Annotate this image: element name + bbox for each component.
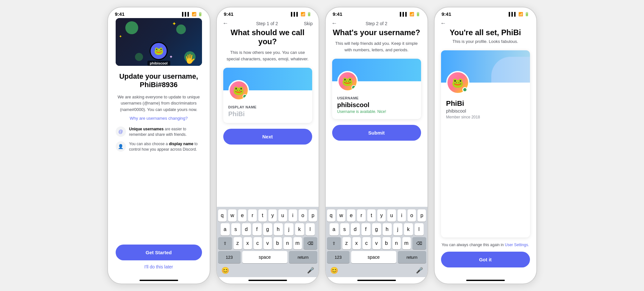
- key-b[interactable]: b: [274, 237, 282, 249]
- key-return[interactable]: return: [289, 251, 317, 263]
- step-title-2: What should we call you?: [223, 28, 312, 46]
- key3-r[interactable]: r: [357, 209, 365, 222]
- back-button-2[interactable]: ←: [223, 20, 230, 27]
- phone-screen-4: 9:41 ▌▌▌ 📶 🔋 ← You're all set, PhiBi Thi…: [434, 7, 537, 284]
- get-started-button[interactable]: Get Started: [116, 245, 202, 260]
- key-e[interactable]: e: [238, 209, 246, 222]
- key-z[interactable]: z: [234, 237, 242, 249]
- key3-w[interactable]: w: [337, 209, 345, 222]
- key-r[interactable]: r: [248, 209, 256, 222]
- step-indicator-3: Step 2 of 2: [366, 21, 388, 26]
- key3-y[interactable]: y: [377, 209, 386, 222]
- key3-j[interactable]: j: [393, 223, 402, 236]
- key3-h[interactable]: h: [383, 223, 392, 236]
- user-settings-link[interactable]: User Settings.: [505, 243, 529, 247]
- key3-a[interactable]: a: [330, 223, 339, 236]
- all-set-desc: This is your profile. Looks fabulous.: [441, 39, 530, 44]
- signal-icon-3: ▌▌▌: [400, 12, 408, 16]
- key-k[interactable]: k: [295, 223, 304, 236]
- username-value-3[interactable]: phibiscool: [337, 101, 416, 109]
- key3-shift[interactable]: ⇧: [327, 237, 341, 249]
- key3-b[interactable]: b: [382, 237, 391, 249]
- info-item-2: 👤 You can also choose a display name to …: [116, 141, 202, 152]
- key3-t[interactable]: t: [367, 209, 376, 222]
- keyboard-2[interactable]: q w e r t y u i o p a s d f g h j k l ⇧ …: [217, 207, 319, 277]
- battery-icon-2: 🔋: [307, 12, 312, 16]
- key-j[interactable]: j: [284, 223, 293, 236]
- final-avatar: 🐸: [446, 71, 469, 94]
- back-button-3[interactable]: ←: [332, 20, 339, 27]
- key-123[interactable]: 123: [218, 251, 241, 263]
- status-icons-3: ▌▌▌ 📶 🔋: [400, 12, 420, 16]
- key3-delete[interactable]: ⌫: [412, 237, 426, 249]
- key-l[interactable]: l: [306, 223, 315, 236]
- keyboard-3[interactable]: q w e r t y u i o p a s d f g h j k l ⇧ …: [326, 207, 428, 277]
- key-m[interactable]: m: [293, 237, 302, 249]
- key-c[interactable]: c: [254, 237, 262, 249]
- key-s[interactable]: s: [231, 223, 240, 236]
- emoji-key-2[interactable]: 😊: [221, 266, 229, 274]
- key-x[interactable]: x: [244, 237, 252, 249]
- display-name-value[interactable]: PhiBi: [228, 110, 307, 118]
- key3-c[interactable]: c: [362, 237, 371, 249]
- key3-123[interactable]: 123: [327, 251, 350, 263]
- key3-p[interactable]: p: [418, 209, 426, 222]
- key3-z[interactable]: z: [342, 237, 351, 249]
- key3-v[interactable]: v: [372, 237, 381, 249]
- key3-s[interactable]: s: [340, 223, 349, 236]
- profile-card-3: 🐸 Username phibiscool Username is availa…: [332, 59, 421, 119]
- key3-l[interactable]: l: [415, 223, 424, 236]
- banner-username: phibiscool: [147, 61, 170, 66]
- key-i[interactable]: i: [289, 209, 297, 222]
- key-p[interactable]: p: [309, 209, 317, 222]
- key3-space[interactable]: space: [351, 251, 396, 263]
- phone4-content: You're all set, PhiBi This is your profi…: [435, 28, 536, 277]
- key3-u[interactable]: u: [387, 209, 396, 222]
- key-w[interactable]: w: [228, 209, 236, 222]
- skip-button-2[interactable]: Skip: [304, 21, 312, 26]
- banner-area: ✦ ✦ ✦ 🐸 phibiscool 🖐️: [116, 18, 202, 66]
- key-v[interactable]: v: [264, 237, 272, 249]
- key-shift[interactable]: ⇧: [218, 237, 232, 249]
- key3-f[interactable]: f: [361, 223, 370, 236]
- key-space[interactable]: space: [242, 251, 287, 263]
- got-it-button[interactable]: Got it: [441, 252, 530, 267]
- key-n[interactable]: n: [284, 237, 292, 249]
- key-f[interactable]: f: [253, 223, 262, 236]
- mic-key-2[interactable]: 🎤: [307, 267, 314, 274]
- avatar-wrap-2: 🐸: [228, 80, 249, 101]
- next-button-2[interactable]: Next: [223, 129, 312, 145]
- final-member-since: Member since 2018: [446, 115, 525, 119]
- key-a[interactable]: a: [221, 223, 230, 236]
- key-delete[interactable]: ⌫: [303, 237, 317, 249]
- key3-return[interactable]: return: [398, 251, 426, 263]
- key3-d[interactable]: d: [351, 223, 360, 236]
- key-h[interactable]: h: [274, 223, 283, 236]
- key3-e[interactable]: e: [347, 209, 355, 222]
- info-text-1: Unique usernames are easier to remember …: [129, 126, 202, 137]
- key-y[interactable]: y: [268, 209, 277, 222]
- key3-k[interactable]: k: [404, 223, 413, 236]
- key3-o[interactable]: o: [408, 209, 416, 222]
- do-later-link[interactable]: I'll do this later: [116, 264, 202, 269]
- key-o[interactable]: o: [299, 209, 307, 222]
- key-row-3-4: 123 space return: [327, 251, 426, 263]
- key3-q[interactable]: q: [327, 209, 335, 222]
- key-q[interactable]: q: [218, 209, 226, 222]
- key3-i[interactable]: i: [398, 209, 406, 222]
- key3-x[interactable]: x: [352, 237, 361, 249]
- nav-header-2: ← Step 1 of 2 Skip: [217, 18, 319, 28]
- key3-m[interactable]: m: [402, 237, 411, 249]
- key3-g[interactable]: g: [372, 223, 381, 236]
- key-d[interactable]: d: [242, 223, 251, 236]
- submit-button-3[interactable]: Submit: [332, 125, 421, 141]
- why-changing-link[interactable]: Why are usernames changing?: [116, 116, 202, 121]
- emoji-key-3[interactable]: 😊: [330, 266, 338, 274]
- mic-key-3[interactable]: 🎤: [416, 267, 423, 274]
- status-icons-2: ▌▌▌ 📶 🔋: [291, 12, 312, 16]
- key-u[interactable]: u: [278, 209, 287, 222]
- key3-n[interactable]: n: [392, 237, 401, 249]
- key-t[interactable]: t: [258, 209, 267, 222]
- key-g[interactable]: g: [263, 223, 272, 236]
- back-button-4[interactable]: ←: [440, 20, 448, 27]
